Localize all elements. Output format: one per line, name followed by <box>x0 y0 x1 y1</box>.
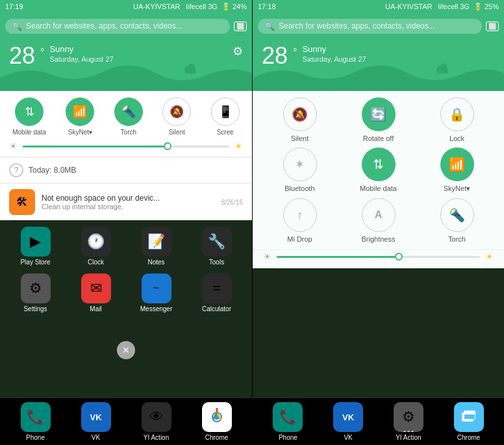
right-toggle-skynet[interactable]: 📶 SkyNet▾ <box>419 147 495 193</box>
right-brightness-bar: ☀ ☀ <box>253 249 504 268</box>
left-brightness-thumb[interactable] <box>164 142 171 150</box>
left-status-time: 17:19 <box>5 3 23 10</box>
right-mobile-data-icon: ⇅ <box>362 147 396 181</box>
right-home-screen <box>253 268 504 398</box>
dock-phone[interactable]: 📞 Phone <box>13 402 58 441</box>
left-temp: 28 <box>9 44 35 68</box>
right-sun-dim-icon: ☀ <box>263 251 271 262</box>
toggle-screen[interactable]: 📱 Scree <box>211 97 240 136</box>
right-status-time: 17:18 <box>258 3 276 10</box>
toggle-skynet-icon: 📶 <box>66 97 94 126</box>
right-status-info: UA-KYIVSTAR lifecell 3G 🔋 25% <box>385 3 499 11</box>
clock-icon: 🕐 <box>81 227 111 257</box>
right-dock-chrome[interactable]: Chrome <box>446 402 492 441</box>
left-brightness-track[interactable] <box>23 146 229 147</box>
right-weather-widget: 28 ° Sunny Saturday, August 27 <box>253 39 504 91</box>
toggle-skynet[interactable]: 📶 SkyNet▾ <box>66 97 94 136</box>
right-quick-grid: 🔕 Silent 🔄 Rotate off 🔒 Lock ✶ Bluetooth… <box>253 91 504 249</box>
left-settings-gear-icon[interactable]: ⚙ <box>233 44 243 58</box>
notes-icon: 📝 <box>142 227 171 257</box>
messenger-icon: ~ <box>142 273 171 303</box>
right-dock-phone[interactable]: 📞 Phone <box>265 402 310 441</box>
toggle-mobile-data-label: Mobile data <box>12 129 46 136</box>
svg-rect-2 <box>185 68 195 73</box>
right-toggle-silent[interactable]: 🔕 Silent <box>262 97 338 142</box>
left-sun-dim-icon: ☀ <box>9 141 18 151</box>
right-dock-vk[interactable]: VK VK <box>325 402 371 441</box>
yi-action-icon: 👁 <box>142 402 171 432</box>
app-messenger[interactable]: ~ Messenger <box>134 273 179 312</box>
notification-subtitle: Clean up internal storage. <box>42 203 215 210</box>
left-brightness-fill <box>23 146 168 147</box>
left-close-button[interactable]: ✕ <box>117 341 135 359</box>
left-condition: Sunny <box>49 44 113 54</box>
left-battery: 24% <box>233 3 247 10</box>
left-data-usage: ? Today: 8.0MB <box>0 157 252 183</box>
right-degree: ° <box>293 47 297 58</box>
right-network: lifecell 3G <box>438 3 470 10</box>
left-status-bar: 17:19 UA-KYIVSTAR lifecell 3G 🔋 24% <box>0 0 252 13</box>
toggle-silent-icon: 🔕 <box>162 97 191 126</box>
left-notification[interactable]: 🛠 Not enough space on your devic... Clea… <box>0 183 252 220</box>
right-brightness-track[interactable] <box>277 256 480 258</box>
app-play-store[interactable]: ▶ Play Store <box>13 227 58 266</box>
right-vk-icon: VK <box>333 402 363 432</box>
right-panel: 17:18 UA-KYIVSTAR lifecell 3G 🔋 25% 🔍 Se… <box>252 0 504 445</box>
app-mail[interactable]: ✉ Mail <box>73 273 119 312</box>
left-quick-toggles: ⇅ Mobile data 📶 SkyNet▾ 🔦 Torch 🔕 Silent… <box>0 91 252 140</box>
toggle-mobile-data[interactable]: ⇅ Mobile data <box>12 97 46 136</box>
left-dock: 📞 Phone VK VK 👁 YI Action Chrome <box>0 398 252 445</box>
toggle-silent[interactable]: 🔕 Silent <box>162 97 191 136</box>
left-carrier: UA-KYIVSTAR <box>133 3 181 10</box>
toggle-screen-label: Scree <box>217 129 234 136</box>
right-toggle-midrop[interactable]: ↑ Mi Drop <box>262 198 338 243</box>
tools-icon: 🔧 <box>202 227 232 257</box>
left-brightness-bar: ☀ ☀ <box>0 140 252 157</box>
toggle-mobile-data-icon: ⇅ <box>15 97 44 126</box>
right-dock: 📞 Phone VK VK ⚙ YI Action <box>253 398 504 445</box>
right-toggle-torch[interactable]: 🔦 Torch <box>419 198 495 243</box>
chrome-icon <box>202 402 232 432</box>
right-midrop-icon: ↑ <box>283 198 317 232</box>
toggle-screen-icon: 📱 <box>211 97 240 126</box>
left-time: 17:19 <box>5 3 23 10</box>
right-brightness-icon: A <box>362 198 396 232</box>
right-battery: 25% <box>485 3 499 10</box>
tab-switcher-icon[interactable]: ⬜ <box>234 21 247 31</box>
left-search-bar: 🔍 Search for websites, apps, contacts, v… <box>0 13 252 39</box>
notification-content: Not enough space on your devic... Clean … <box>42 194 215 210</box>
app-calculator[interactable]: = Calculator <box>194 273 240 312</box>
app-clock[interactable]: 🕐 Clock <box>73 227 119 266</box>
toggle-torch[interactable]: 🔦 Torch <box>114 97 143 136</box>
dock-chrome[interactable]: Chrome <box>194 402 240 441</box>
app-settings[interactable]: ⚙ Settings <box>13 273 58 312</box>
right-toggle-brightness[interactable]: A Brightness <box>340 198 416 243</box>
right-dock-yi-action[interactable]: ⚙ YI Action <box>386 402 431 441</box>
right-toggle-rotate[interactable]: 🔄 Rotate off <box>340 97 416 142</box>
left-network: lifecell 3G <box>186 3 218 10</box>
search-icon: 🔍 <box>12 21 22 31</box>
left-search-placeholder: Search for websites, apps, contacts, vid… <box>26 21 183 31</box>
notification-time: 8/26/16 <box>221 199 243 206</box>
left-panel: 17:19 UA-KYIVSTAR lifecell 3G 🔋 24% 🔍 Se… <box>0 0 252 445</box>
svg-rect-10 <box>437 68 447 73</box>
right-toggle-mobile-data[interactable]: ⇅ Mobile data <box>340 147 416 193</box>
right-brightness-thumb[interactable] <box>395 253 403 261</box>
left-search-input[interactable]: 🔍 Search for websites, apps, contacts, v… <box>5 19 230 34</box>
settings-icon: ⚙ <box>21 273 51 303</box>
right-search-icon: 🔍 <box>264 21 275 31</box>
right-temp: 28 <box>262 44 288 68</box>
chrome-label: Chrome <box>205 434 229 441</box>
dock-vk[interactable]: VK VK <box>73 402 119 441</box>
app-tools[interactable]: 🔧 Tools <box>194 227 240 266</box>
left-degree: ° <box>40 47 44 58</box>
left-sun-bright-icon: ☀ <box>234 141 243 151</box>
right-tab-switcher-icon[interactable]: ⬜ <box>486 21 499 31</box>
right-search-input[interactable]: 🔍 Search for websites, apps, contacts, v… <box>258 19 482 34</box>
mail-icon: ✉ <box>81 273 111 303</box>
dock-yi-action[interactable]: 👁 YI Action <box>134 402 179 441</box>
app-notes[interactable]: 📝 Notes <box>134 227 179 266</box>
left-weather-widget: 28 ° Sunny Saturday, August 27 ⚙ <box>0 39 252 91</box>
right-toggle-bluetooth[interactable]: ✶ Bluetooth <box>262 147 338 193</box>
right-toggle-lock[interactable]: 🔒 Lock <box>419 97 495 142</box>
